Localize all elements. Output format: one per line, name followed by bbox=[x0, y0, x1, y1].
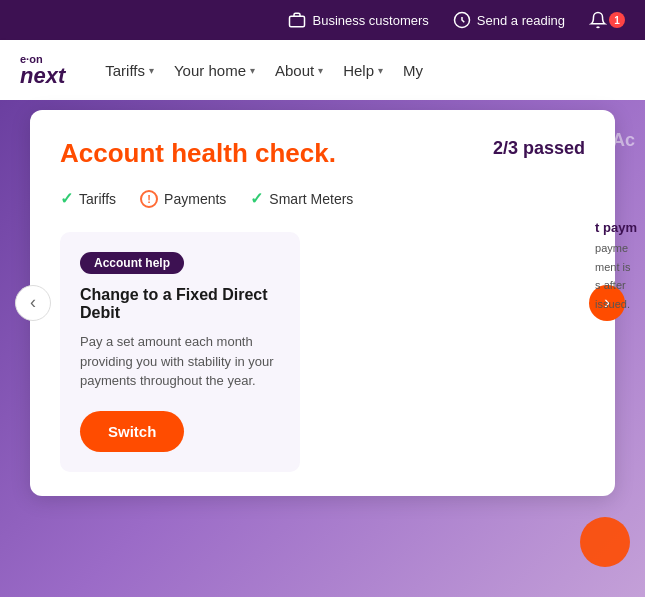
svg-rect-0 bbox=[290, 16, 305, 27]
help-chevron-icon: ▾ bbox=[378, 65, 383, 76]
nav-my[interactable]: My bbox=[403, 62, 423, 79]
nav-your-home[interactable]: Your home ▾ bbox=[174, 62, 255, 79]
card-title: Account health check. bbox=[60, 138, 336, 169]
my-label: My bbox=[403, 62, 423, 79]
meter-icon bbox=[453, 11, 471, 29]
inner-card-title: Change to a Fixed Direct Debit bbox=[80, 286, 280, 322]
recommendation-card: Account help Change to a Fixed Direct De… bbox=[60, 232, 300, 472]
send-reading-link[interactable]: Send a reading bbox=[453, 11, 565, 29]
logo[interactable]: e·on next bbox=[20, 54, 65, 87]
business-customers-link[interactable]: Business customers bbox=[288, 11, 428, 29]
notification-badge: 1 bbox=[609, 12, 625, 28]
nav-help[interactable]: Help ▾ bbox=[343, 62, 383, 79]
inner-card-desc: Pay a set amount each month providing yo… bbox=[80, 332, 280, 391]
account-help-badge: Account help bbox=[80, 252, 184, 274]
check-tariffs-label: Tariffs bbox=[79, 191, 116, 207]
card-header: Account health check. 2/3 passed bbox=[60, 138, 585, 169]
help-label: Help bbox=[343, 62, 374, 79]
logo-next: next bbox=[20, 65, 65, 87]
business-label: Business customers bbox=[312, 13, 428, 28]
check-payments-label: Payments bbox=[164, 191, 226, 207]
check-smart-meters: ✓ Smart Meters bbox=[250, 189, 353, 208]
nav-items: Tariffs ▾ Your home ▾ About ▾ Help ▾ My bbox=[105, 62, 625, 79]
notification-bell[interactable]: 1 bbox=[589, 11, 625, 29]
your-home-chevron-icon: ▾ bbox=[250, 65, 255, 76]
about-chevron-icon: ▾ bbox=[318, 65, 323, 76]
card-score: 2/3 passed bbox=[493, 138, 585, 159]
bell-icon bbox=[589, 11, 607, 29]
tariffs-chevron-icon: ▾ bbox=[149, 65, 154, 76]
check-payments: ! Payments bbox=[140, 190, 226, 208]
check-tariffs: ✓ Tariffs bbox=[60, 189, 116, 208]
tariffs-label: Tariffs bbox=[105, 62, 145, 79]
nav-about[interactable]: About ▾ bbox=[275, 62, 323, 79]
right-partial-text: Ac bbox=[612, 130, 635, 151]
orange-circle-decoration bbox=[580, 517, 630, 567]
business-icon bbox=[288, 11, 306, 29]
check-payments-warning-icon: ! bbox=[140, 190, 158, 208]
hero-section: Wo 192 G Ac ‹ › Account health check. 2/… bbox=[0, 100, 645, 597]
payment-text-partial: paymement iss afterissued. bbox=[595, 239, 637, 314]
check-tariffs-icon: ✓ bbox=[60, 189, 73, 208]
check-smart-meters-icon: ✓ bbox=[250, 189, 263, 208]
your-home-label: Your home bbox=[174, 62, 246, 79]
check-smart-meters-label: Smart Meters bbox=[269, 191, 353, 207]
send-reading-label: Send a reading bbox=[477, 13, 565, 28]
top-bar: Business customers Send a reading 1 bbox=[0, 0, 645, 40]
prev-arrow-button[interactable]: ‹ bbox=[15, 285, 51, 321]
switch-button[interactable]: Switch bbox=[80, 411, 184, 452]
nav-bar: e·on next Tariffs ▾ Your home ▾ About ▾ … bbox=[0, 40, 645, 100]
payment-panel-partial: t paym paymement iss afterissued. bbox=[595, 220, 637, 314]
about-label: About bbox=[275, 62, 314, 79]
payment-title-partial: t paym bbox=[595, 220, 637, 235]
nav-tariffs[interactable]: Tariffs ▾ bbox=[105, 62, 154, 79]
checks-row: ✓ Tariffs ! Payments ✓ Smart Meters bbox=[60, 189, 585, 208]
health-check-card: ‹ › Account health check. 2/3 passed ✓ T… bbox=[30, 110, 615, 496]
